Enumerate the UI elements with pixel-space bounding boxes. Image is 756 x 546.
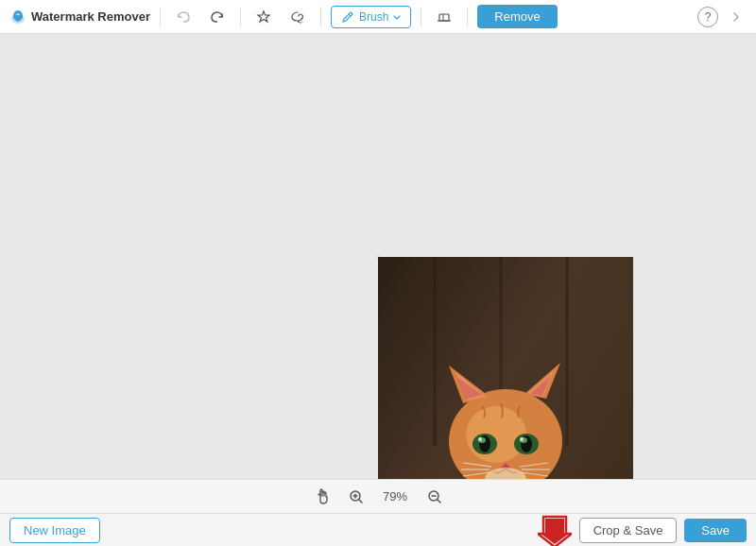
new-image-button[interactable]: New Image: [9, 518, 100, 543]
zoom-in-button[interactable]: [345, 486, 368, 508]
cat-image: [378, 257, 633, 480]
image-container: [377, 256, 379, 258]
app-logo: Watermark Remover: [9, 9, 150, 26]
main-canvas-area: [0, 34, 756, 479]
remove-button[interactable]: Remove: [477, 5, 557, 28]
svg-point-3: [301, 21, 302, 22]
star-tool-button[interactable]: [250, 4, 277, 30]
down-arrow-indicator: [538, 513, 572, 546]
brush-dropdown-icon: [393, 13, 401, 21]
svg-point-28: [478, 437, 482, 441]
app-logo-icon: [9, 9, 26, 26]
brush-button[interactable]: Brush: [331, 6, 411, 28]
svg-point-2: [300, 22, 301, 24]
hand-tool-button[interactable]: [311, 486, 334, 508]
header-divider-3: [320, 8, 321, 26]
header-divider-1: [160, 8, 161, 26]
crop-save-button[interactable]: Crop & Save: [579, 518, 678, 543]
zoom-level-display: 79%: [379, 489, 412, 503]
zoom-toolbar: 79%: [0, 479, 756, 513]
zoom-out-button[interactable]: [423, 486, 446, 508]
header-divider-5: [467, 8, 468, 26]
svg-line-50: [359, 500, 362, 503]
header-divider-4: [421, 8, 421, 26]
lasso-tool-button[interactable]: [284, 4, 311, 30]
brush-label: Brush: [359, 10, 388, 24]
header-divider-2: [240, 8, 241, 26]
footer: New Image Crop & Save Save: [0, 513, 756, 546]
app-title: Watermark Remover: [31, 9, 150, 24]
undo-button[interactable]: [170, 4, 197, 30]
svg-line-53: [438, 500, 440, 503]
header: Watermark Remover: [0, 0, 756, 34]
eraser-button[interactable]: [431, 4, 457, 30]
svg-point-1: [298, 21, 300, 23]
expand-button[interactable]: [726, 7, 747, 27]
help-button[interactable]: ?: [697, 7, 718, 27]
svg-rect-4: [439, 14, 449, 21]
redo-button[interactable]: [204, 4, 231, 30]
save-button[interactable]: Save: [684, 519, 747, 542]
svg-point-29: [520, 437, 524, 441]
